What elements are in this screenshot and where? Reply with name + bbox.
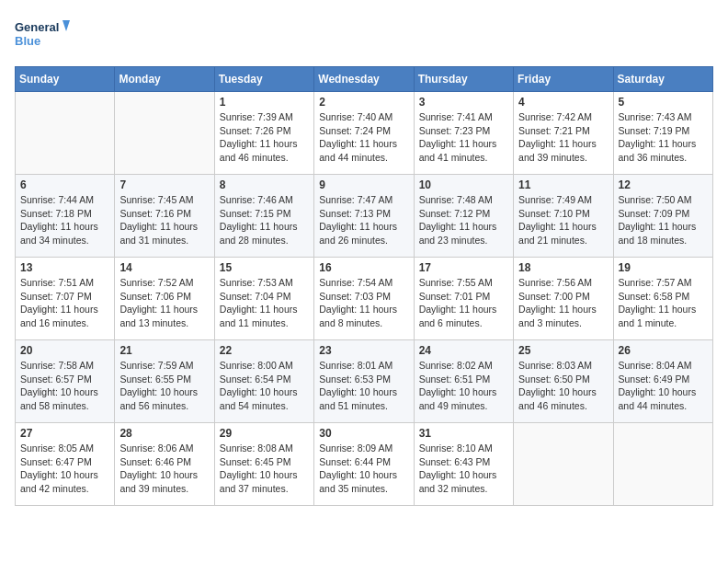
calendar-week-row: 20Sunrise: 7:58 AM Sunset: 6:57 PM Dayli… [16, 340, 713, 423]
day-number: 22 [220, 344, 309, 357]
calendar-cell: 5Sunrise: 7:43 AM Sunset: 7:19 PM Daylig… [613, 92, 712, 175]
day-info: Sunrise: 8:00 AM Sunset: 6:54 PM Dayligh… [220, 359, 309, 413]
day-number: 4 [518, 96, 608, 109]
day-number: 31 [419, 427, 508, 440]
day-info: Sunrise: 7:51 AM Sunset: 7:07 PM Dayligh… [20, 276, 109, 330]
day-info: Sunrise: 8:08 AM Sunset: 6:45 PM Dayligh… [220, 442, 309, 496]
day-number: 30 [319, 427, 408, 440]
day-info: Sunrise: 7:56 AM Sunset: 7:00 PM Dayligh… [518, 276, 608, 330]
logo-svg: General Blue [15, 15, 70, 55]
day-info: Sunrise: 7:50 AM Sunset: 7:09 PM Dayligh… [619, 193, 708, 247]
day-number: 13 [20, 261, 109, 274]
day-number: 18 [518, 261, 608, 274]
day-info: Sunrise: 8:05 AM Sunset: 6:47 PM Dayligh… [20, 442, 109, 496]
day-info: Sunrise: 8:03 AM Sunset: 6:50 PM Dayligh… [518, 359, 608, 413]
day-info: Sunrise: 7:58 AM Sunset: 6:57 PM Dayligh… [20, 359, 109, 413]
day-info: Sunrise: 7:52 AM Sunset: 7:06 PM Dayligh… [119, 276, 209, 330]
day-number: 23 [319, 344, 408, 357]
calendar-cell: 31Sunrise: 8:10 AM Sunset: 6:43 PM Dayli… [414, 423, 513, 506]
day-info: Sunrise: 7:57 AM Sunset: 6:58 PM Dayligh… [619, 276, 708, 330]
calendar-week-row: 1Sunrise: 7:39 AM Sunset: 7:26 PM Daylig… [16, 92, 713, 175]
calendar-cell: 6Sunrise: 7:44 AM Sunset: 7:18 PM Daylig… [16, 175, 115, 258]
day-info: Sunrise: 7:47 AM Sunset: 7:13 PM Dayligh… [319, 193, 408, 247]
day-info: Sunrise: 7:54 AM Sunset: 7:03 PM Dayligh… [319, 276, 408, 330]
day-number: 2 [319, 96, 408, 109]
day-number: 9 [319, 178, 408, 191]
day-info: Sunrise: 7:49 AM Sunset: 7:10 PM Dayligh… [518, 193, 608, 247]
calendar-cell: 1Sunrise: 7:39 AM Sunset: 7:26 PM Daylig… [214, 92, 313, 175]
calendar-week-row: 6Sunrise: 7:44 AM Sunset: 7:18 PM Daylig… [16, 175, 713, 258]
day-number: 6 [20, 178, 109, 191]
calendar-cell: 3Sunrise: 7:41 AM Sunset: 7:23 PM Daylig… [414, 92, 513, 175]
svg-marker-2 [63, 20, 70, 31]
page-header: General Blue [15, 15, 713, 55]
day-info: Sunrise: 7:41 AM Sunset: 7:23 PM Dayligh… [419, 110, 508, 165]
calendar-cell: 11Sunrise: 7:49 AM Sunset: 7:10 PM Dayli… [514, 175, 613, 258]
day-number: 19 [619, 261, 708, 274]
calendar-cell: 25Sunrise: 8:03 AM Sunset: 6:50 PM Dayli… [514, 340, 613, 423]
weekday-header: Friday [514, 67, 613, 92]
day-info: Sunrise: 7:55 AM Sunset: 7:01 PM Dayligh… [419, 276, 508, 330]
day-number: 27 [20, 427, 109, 440]
calendar-cell: 19Sunrise: 7:57 AM Sunset: 6:58 PM Dayli… [613, 258, 712, 340]
calendar-cell: 8Sunrise: 7:46 AM Sunset: 7:15 PM Daylig… [214, 175, 313, 258]
calendar-table: SundayMondayTuesdayWednesdayThursdayFrid… [15, 66, 713, 506]
day-number: 1 [220, 96, 309, 109]
calendar-cell: 20Sunrise: 7:58 AM Sunset: 6:57 PM Dayli… [16, 340, 115, 423]
calendar-cell: 29Sunrise: 8:08 AM Sunset: 6:45 PM Dayli… [214, 423, 313, 506]
day-number: 25 [518, 344, 608, 357]
calendar-cell: 12Sunrise: 7:50 AM Sunset: 7:09 PM Dayli… [613, 175, 712, 258]
calendar-cell: 22Sunrise: 8:00 AM Sunset: 6:54 PM Dayli… [214, 340, 313, 423]
calendar-cell [16, 92, 115, 175]
weekday-header: Sunday [16, 67, 115, 92]
calendar-cell: 9Sunrise: 7:47 AM Sunset: 7:13 PM Daylig… [314, 175, 414, 258]
calendar-cell [514, 423, 613, 506]
day-number: 10 [419, 178, 508, 191]
day-number: 29 [220, 427, 309, 440]
calendar-week-row: 13Sunrise: 7:51 AM Sunset: 7:07 PM Dayli… [16, 258, 713, 340]
day-info: Sunrise: 7:44 AM Sunset: 7:18 PM Dayligh… [20, 193, 109, 247]
day-info: Sunrise: 8:01 AM Sunset: 6:53 PM Dayligh… [319, 359, 408, 413]
calendar-cell: 16Sunrise: 7:54 AM Sunset: 7:03 PM Dayli… [314, 258, 414, 340]
calendar-cell: 21Sunrise: 7:59 AM Sunset: 6:55 PM Dayli… [115, 340, 214, 423]
day-number: 3 [419, 96, 508, 109]
day-info: Sunrise: 7:45 AM Sunset: 7:16 PM Dayligh… [119, 193, 209, 247]
logo: General Blue [15, 15, 70, 55]
calendar-cell [613, 423, 712, 506]
day-number: 14 [119, 261, 209, 274]
day-number: 16 [319, 261, 408, 274]
day-number: 21 [119, 344, 209, 357]
calendar-cell: 2Sunrise: 7:40 AM Sunset: 7:24 PM Daylig… [314, 92, 414, 175]
calendar-cell: 17Sunrise: 7:55 AM Sunset: 7:01 PM Dayli… [414, 258, 513, 340]
day-number: 17 [419, 261, 508, 274]
day-info: Sunrise: 7:46 AM Sunset: 7:15 PM Dayligh… [220, 193, 309, 247]
day-info: Sunrise: 8:02 AM Sunset: 6:51 PM Dayligh… [419, 359, 508, 413]
day-number: 8 [220, 178, 309, 191]
day-info: Sunrise: 8:06 AM Sunset: 6:46 PM Dayligh… [119, 442, 209, 496]
weekday-header: Saturday [613, 67, 712, 92]
day-info: Sunrise: 7:48 AM Sunset: 7:12 PM Dayligh… [419, 193, 508, 247]
day-number: 26 [619, 344, 708, 357]
day-number: 5 [619, 96, 708, 109]
calendar-cell: 30Sunrise: 8:09 AM Sunset: 6:44 PM Dayli… [314, 423, 414, 506]
calendar-cell: 4Sunrise: 7:42 AM Sunset: 7:21 PM Daylig… [514, 92, 613, 175]
day-info: Sunrise: 7:39 AM Sunset: 7:26 PM Dayligh… [220, 110, 309, 165]
calendar-cell: 13Sunrise: 7:51 AM Sunset: 7:07 PM Dayli… [16, 258, 115, 340]
day-number: 28 [119, 427, 209, 440]
day-number: 12 [619, 178, 708, 191]
calendar-header-row: SundayMondayTuesdayWednesdayThursdayFrid… [16, 67, 713, 92]
calendar-cell: 27Sunrise: 8:05 AM Sunset: 6:47 PM Dayli… [16, 423, 115, 506]
calendar-cell: 26Sunrise: 8:04 AM Sunset: 6:49 PM Dayli… [613, 340, 712, 423]
day-number: 7 [119, 178, 209, 191]
day-info: Sunrise: 7:42 AM Sunset: 7:21 PM Dayligh… [518, 110, 608, 165]
day-number: 11 [518, 178, 608, 191]
weekday-header: Tuesday [214, 67, 313, 92]
calendar-week-row: 27Sunrise: 8:05 AM Sunset: 6:47 PM Dayli… [16, 423, 713, 506]
day-info: Sunrise: 7:40 AM Sunset: 7:24 PM Dayligh… [319, 110, 408, 165]
svg-text:General: General [15, 20, 59, 34]
day-info: Sunrise: 7:53 AM Sunset: 7:04 PM Dayligh… [220, 276, 309, 330]
day-info: Sunrise: 7:59 AM Sunset: 6:55 PM Dayligh… [119, 359, 209, 413]
calendar-cell: 14Sunrise: 7:52 AM Sunset: 7:06 PM Dayli… [115, 258, 214, 340]
weekday-header: Wednesday [314, 67, 414, 92]
calendar-cell: 18Sunrise: 7:56 AM Sunset: 7:00 PM Dayli… [514, 258, 613, 340]
